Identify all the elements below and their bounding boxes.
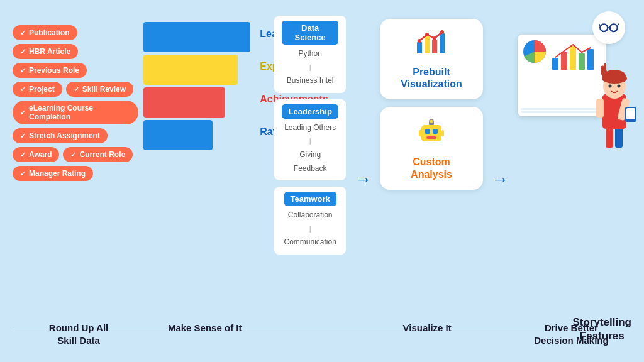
svg-rect-9: [425, 129, 430, 134]
col1-skill-data: ✓ Publication ✓ HBR Article ✓ Previous R…: [13, 13, 138, 315]
svg-point-39: [600, 24, 608, 31]
svg-point-4: [418, 39, 421, 43]
bottom-label-visualize-it: Visualize It: [373, 322, 481, 346]
funnel-bars: [143, 22, 250, 150]
col3-skills: Data Science Python | Business Intel Lea…: [274, 13, 346, 315]
svg-rect-32: [626, 108, 635, 119]
prebuilt-icon: [389, 28, 474, 62]
tag-row-2: ✓ Previous Role: [13, 63, 138, 78]
col4-visualization: PrebuiltVisualization: [380, 13, 483, 315]
skill-sub-leadership: Leading Others | Giving Feedback: [282, 121, 338, 175]
svg-rect-23: [561, 52, 567, 70]
tag-project: ✓ Project: [13, 82, 62, 97]
tag-publication: ✓ Publication: [13, 25, 77, 40]
card-custom-analysis: CustomAnalysis: [380, 107, 483, 189]
svg-rect-8: [421, 125, 441, 141]
tag-row-5: ✓ Stretch Assignment: [13, 128, 138, 143]
svg-rect-15: [441, 130, 444, 136]
svg-rect-28: [615, 126, 623, 148]
svg-point-37: [608, 85, 611, 88]
svg-rect-1: [425, 36, 430, 53]
tag-manager-rating: ✓ Manager Rating: [13, 166, 93, 181]
bottom-label-visualize: [265, 322, 343, 346]
tag-row-3: ✓ Project ✓ Skill Review: [13, 82, 138, 97]
arrow-to-storytelling: →: [488, 13, 512, 315]
glasses-svg: [599, 22, 619, 33]
tag-stretch-assignment: ✓ Stretch Assignment: [13, 128, 108, 143]
skill-header-leadership: Leadership: [282, 104, 338, 119]
custom-analysis-label: CustomAnalysis: [389, 156, 474, 180]
svg-point-38: [617, 85, 620, 88]
card-prebuilt-visualization: PrebuiltVisualization: [380, 19, 483, 99]
svg-rect-24: [570, 46, 576, 70]
skill-sub-data-science: Python | Business Intel: [282, 47, 338, 88]
tag-elearning: ✓ eLearning Course Completion: [13, 101, 138, 124]
tag-row-6: ✓ Award ✓ Current Role: [13, 147, 138, 162]
skill-sub-teamwork: Collaboration | Communication: [282, 209, 338, 250]
svg-rect-2: [432, 40, 437, 53]
svg-rect-11: [426, 136, 436, 139]
storytelling-features-label: StorytellingFeatures: [572, 315, 631, 343]
svg-point-7: [440, 30, 444, 34]
svg-line-42: [599, 24, 600, 26]
svg-point-5: [425, 33, 429, 36]
skill-block-teamwork: Teamwork Collaboration | Communication: [274, 187, 346, 255]
funnel-bar-achievements: [143, 87, 225, 118]
funnel-bar-ratings: [143, 120, 213, 150]
funnel-bar-learning: [143, 22, 250, 52]
col5-storytelling: [517, 13, 631, 315]
tag-row-7: ✓ Manager Rating: [13, 166, 138, 181]
bottom-label-arrow2-space: [481, 322, 511, 346]
svg-point-6: [433, 36, 436, 40]
tag-award: ✓ Award: [13, 147, 59, 162]
svg-point-13: [430, 119, 433, 123]
tag-row-1: ✓ Publication ✓ HBR Article: [13, 25, 138, 59]
svg-rect-14: [419, 130, 421, 136]
svg-point-40: [610, 24, 618, 31]
svg-rect-25: [579, 53, 585, 70]
prebuilt-label: PrebuiltVisualization: [389, 66, 474, 90]
bottom-labels: Round Up AllSkill Data Make Sense of It …: [13, 315, 631, 349]
tag-skill-review: ✓ Skill Review: [66, 82, 133, 97]
skill-header-data-science: Data Science: [282, 21, 338, 45]
skill-block-data-science: Data Science Python | Business Intel: [274, 16, 346, 93]
arrow-to-visualize: →: [351, 13, 375, 315]
custom-analysis-icon: [389, 116, 474, 152]
svg-rect-27: [606, 126, 613, 148]
skill-block-leadership: Leadership Leading Others | Giving Feedb…: [274, 99, 346, 180]
svg-rect-10: [433, 129, 438, 134]
tag-previous-role: ✓ Previous Role: [13, 63, 87, 78]
bottom-label-skill-data: Round Up AllSkill Data: [13, 322, 145, 346]
bottom-label-arrow-space: [343, 322, 373, 346]
tag-current-role: ✓ Current Role: [63, 147, 133, 162]
separator-line: [13, 327, 631, 328]
content-area: ✓ Publication ✓ HBR Article ✓ Previous R…: [13, 13, 631, 315]
funnel-visual: Learning Experiences Achievements Rating…: [143, 19, 269, 150]
glasses-badge: [592, 11, 625, 44]
svg-rect-0: [417, 42, 422, 53]
col2-make-sense: Learning Experiences Achievements Rating…: [143, 13, 269, 315]
tag-hbr-article: ✓ HBR Article: [13, 44, 78, 59]
bottom-label-make-sense: Make Sense of It: [145, 322, 265, 346]
svg-line-43: [618, 24, 619, 26]
main-container: ✓ Publication ✓ HBR Article ✓ Previous R…: [0, 0, 644, 362]
funnel-bar-experiences: [143, 55, 238, 85]
svg-rect-22: [552, 58, 558, 70]
skill-header-teamwork: Teamwork: [284, 192, 336, 206]
svg-rect-3: [440, 33, 445, 53]
svg-rect-33: [596, 99, 604, 118]
tag-row-4: ✓ eLearning Course Completion: [13, 101, 138, 124]
